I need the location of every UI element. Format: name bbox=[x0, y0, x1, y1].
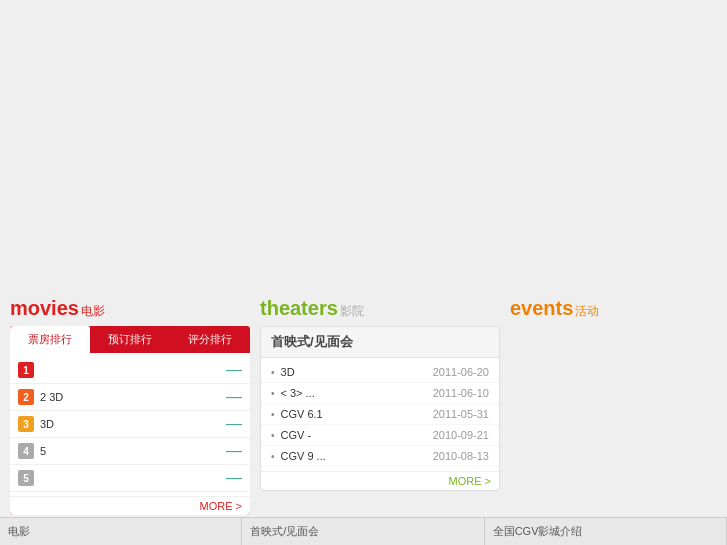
theater-item-2[interactable]: • < 3> ... 2011-06-10 bbox=[261, 383, 499, 404]
theater-date-3: 2011-05-31 bbox=[433, 408, 489, 420]
theater-name-5: CGV 9 ... bbox=[281, 450, 433, 462]
movies-column: movies电影 票房排行 预订排行 评分排行 1 bbox=[10, 297, 250, 515]
movie-item-2[interactable]: 2 2 3D — bbox=[10, 384, 250, 411]
movie-dash-1: — bbox=[226, 361, 242, 379]
movie-dash-5: — bbox=[226, 469, 242, 487]
movie-dash-2: — bbox=[226, 388, 242, 406]
theater-name-2: < 3> ... bbox=[281, 387, 433, 399]
theater-dot-4: • bbox=[271, 430, 275, 441]
movies-card: 票房排行 预订排行 评分排行 1 — 2 bbox=[10, 326, 250, 515]
movie-dash-3: — bbox=[226, 415, 242, 433]
page-container: movies电影 票房排行 预订排行 评分排行 1 bbox=[0, 0, 727, 545]
movies-list: 1 — 2 2 3D — 3 3D — 4 bbox=[10, 353, 250, 496]
theaters-column: theaters影院 首映式/见面会 • 3D 2011-06-20 • < 3… bbox=[260, 297, 500, 491]
bottom-bar-item-2[interactable]: 首映式/见面会 bbox=[242, 518, 484, 545]
theater-date-2: 2011-06-10 bbox=[433, 387, 489, 399]
theater-dot-3: • bbox=[271, 409, 275, 420]
theater-dot-2: • bbox=[271, 388, 275, 399]
tab-booking[interactable]: 预订排行 bbox=[90, 326, 170, 353]
theater-item-5[interactable]: • CGV 9 ... 2010-08-13 bbox=[261, 446, 499, 467]
events-column: events活动 bbox=[510, 297, 717, 326]
theater-date-1: 2011-06-20 bbox=[433, 366, 489, 378]
events-title-main: events bbox=[510, 297, 573, 319]
theater-date-5: 2010-08-13 bbox=[433, 450, 489, 462]
theater-name-3: CGV 6.1 bbox=[281, 408, 433, 420]
columns-area: movies电影 票房排行 预订排行 评分排行 1 bbox=[0, 297, 727, 515]
movie-title-2: 2 3D bbox=[40, 391, 222, 403]
tab-rating[interactable]: 评分排行 bbox=[170, 326, 250, 353]
movies-section-title: movies电影 bbox=[10, 297, 250, 320]
theater-item-4[interactable]: • CGV - 2010-09-21 bbox=[261, 425, 499, 446]
theaters-card-header: 首映式/见面会 bbox=[261, 327, 499, 358]
movie-dash-4: — bbox=[226, 442, 242, 460]
theater-name-4: CGV - bbox=[281, 429, 433, 441]
theater-date-4: 2010-09-21 bbox=[433, 429, 489, 441]
movie-title-4: 5 bbox=[40, 445, 222, 457]
rank-badge-5: 5 bbox=[18, 470, 34, 486]
theater-name-1: 3D bbox=[281, 366, 433, 378]
bottom-bar-item-1[interactable]: 电影 bbox=[0, 518, 242, 545]
rank-badge-3: 3 bbox=[18, 416, 34, 432]
theaters-section-title: theaters影院 bbox=[260, 297, 500, 320]
theater-item-1[interactable]: • 3D 2011-06-20 bbox=[261, 362, 499, 383]
bottom-bar: 电影 首映式/见面会 全国CGV影城介绍 bbox=[0, 517, 727, 545]
events-title-sub: 活动 bbox=[575, 304, 599, 318]
theater-dot-1: • bbox=[271, 367, 275, 378]
bottom-bar-item-3[interactable]: 全国CGV影城介绍 bbox=[485, 518, 727, 545]
theater-item-3[interactable]: • CGV 6.1 2011-05-31 bbox=[261, 404, 499, 425]
movie-title-3: 3D bbox=[40, 418, 222, 430]
movies-title-sub: 电影 bbox=[81, 304, 105, 318]
movie-item-4[interactable]: 4 5 — bbox=[10, 438, 250, 465]
rank-badge-2: 2 bbox=[18, 389, 34, 405]
rank-badge-1: 1 bbox=[18, 362, 34, 378]
theaters-more[interactable]: MORE > bbox=[261, 471, 499, 490]
movie-item-3[interactable]: 3 3D — bbox=[10, 411, 250, 438]
theaters-list: • 3D 2011-06-20 • < 3> ... 2011-06-10 • … bbox=[261, 358, 499, 471]
movie-item-1[interactable]: 1 — bbox=[10, 357, 250, 384]
movie-item-5[interactable]: 5 — bbox=[10, 465, 250, 492]
theaters-title-sub: 影院 bbox=[340, 304, 364, 318]
movies-tabs: 票房排行 预订排行 评分排行 bbox=[10, 326, 250, 353]
events-section-title: events活动 bbox=[510, 297, 717, 320]
theaters-card: 首映式/见面会 • 3D 2011-06-20 • < 3> ... 2011-… bbox=[260, 326, 500, 491]
theaters-title-main: theaters bbox=[260, 297, 338, 319]
rank-badge-4: 4 bbox=[18, 443, 34, 459]
theater-dot-5: • bbox=[271, 451, 275, 462]
movies-more[interactable]: MORE > bbox=[10, 496, 250, 515]
movies-title-main: movies bbox=[10, 297, 79, 319]
tab-box-office[interactable]: 票房排行 bbox=[10, 326, 90, 353]
